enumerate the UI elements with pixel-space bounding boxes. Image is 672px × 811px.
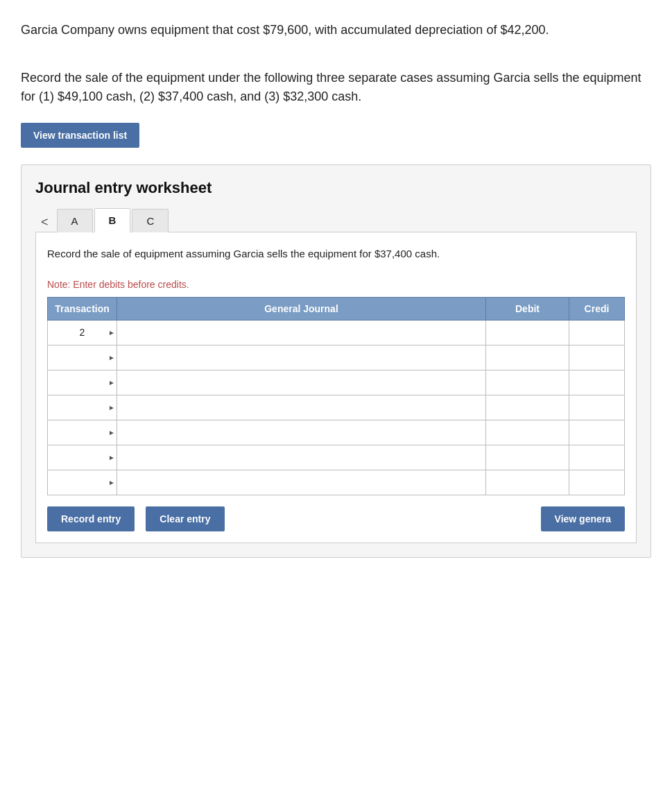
- table-row: 2 ►: [48, 320, 625, 345]
- table-row: ►: [48, 445, 625, 470]
- transaction-number-1: 2: [80, 327, 85, 338]
- row-arrow-3: ►: [108, 370, 115, 395]
- cell-debit-7[interactable]: [486, 470, 569, 495]
- button-row: Record entry Clear entry View genera: [47, 495, 625, 543]
- input-general-5[interactable]: [117, 420, 485, 445]
- cell-credit-4[interactable]: [569, 395, 625, 420]
- row-arrow-5: ►: [108, 420, 115, 445]
- input-debit-4[interactable]: [486, 395, 569, 420]
- cell-credit-7[interactable]: [569, 470, 625, 495]
- table-row: ►: [48, 395, 625, 420]
- table-row: ►: [48, 420, 625, 445]
- cell-transaction-7: ►: [48, 470, 117, 495]
- intro-paragraph2: Record the sale of the equipment under t…: [21, 69, 651, 106]
- input-debit-5[interactable]: [486, 420, 569, 445]
- input-debit-2[interactable]: [486, 345, 569, 370]
- tabs-row: < A B C: [35, 208, 637, 232]
- table-row: ►: [48, 470, 625, 495]
- intro-paragraph1: Garcia Company owns equipment that cost …: [21, 21, 651, 40]
- input-credit-4[interactable]: [569, 395, 624, 420]
- th-transaction: Transaction: [48, 297, 117, 320]
- th-credit: Credi: [569, 297, 625, 320]
- input-credit-3[interactable]: [569, 370, 624, 395]
- note-text: Note: Enter debits before credits.: [47, 279, 625, 290]
- row-arrow-4: ►: [108, 395, 115, 420]
- input-general-3[interactable]: [117, 370, 485, 395]
- input-debit-7[interactable]: [486, 470, 569, 495]
- cell-credit-5[interactable]: [569, 420, 625, 445]
- cell-general-4[interactable]: [117, 395, 486, 420]
- cell-credit-6[interactable]: [569, 445, 625, 470]
- input-general-4[interactable]: [117, 395, 485, 420]
- table-row: ►: [48, 345, 625, 370]
- th-general-journal: General Journal: [117, 297, 486, 320]
- row-arrow-7: ►: [108, 470, 115, 495]
- clear-entry-button[interactable]: Clear entry: [146, 506, 224, 531]
- cell-transaction-6: ►: [48, 445, 117, 470]
- record-entry-button[interactable]: Record entry: [47, 506, 135, 531]
- cell-debit-3[interactable]: [486, 370, 569, 395]
- worksheet-title: Journal entry worksheet: [35, 179, 637, 197]
- th-debit: Debit: [486, 297, 569, 320]
- cell-debit-2[interactable]: [486, 345, 569, 370]
- tab-prev-button[interactable]: <: [35, 212, 54, 232]
- cell-general-6[interactable]: [117, 445, 486, 470]
- cell-general-2[interactable]: [117, 345, 486, 370]
- case-description: Record the sale of equipment assuming Ga…: [47, 246, 625, 262]
- row-arrow-6: ►: [108, 445, 115, 470]
- table-row: ►: [48, 370, 625, 395]
- cell-credit-1[interactable]: [569, 320, 625, 345]
- input-credit-2[interactable]: [569, 345, 624, 370]
- cell-debit-6[interactable]: [486, 445, 569, 470]
- input-general-1[interactable]: [117, 321, 485, 345]
- input-debit-1[interactable]: [486, 321, 569, 345]
- cell-debit-1[interactable]: [486, 320, 569, 345]
- view-transaction-button[interactable]: View transaction list: [21, 123, 139, 148]
- cell-general-5[interactable]: [117, 420, 486, 445]
- cell-credit-2[interactable]: [569, 345, 625, 370]
- cell-transaction-1: 2 ►: [48, 320, 117, 345]
- cell-transaction-4: ►: [48, 395, 117, 420]
- tab-b[interactable]: B: [94, 208, 131, 232]
- worksheet-inner: Record the sale of equipment assuming Ga…: [35, 232, 637, 543]
- input-debit-6[interactable]: [486, 445, 569, 470]
- cell-credit-3[interactable]: [569, 370, 625, 395]
- cell-debit-4[interactable]: [486, 395, 569, 420]
- input-credit-1[interactable]: [569, 321, 624, 345]
- cell-transaction-3: ►: [48, 370, 117, 395]
- input-credit-6[interactable]: [569, 445, 624, 470]
- input-general-7[interactable]: [117, 470, 485, 495]
- row-arrow-2: ►: [108, 345, 115, 370]
- cell-general-1[interactable]: [117, 320, 486, 345]
- cell-transaction-5: ►: [48, 420, 117, 445]
- row-arrow-1: ►: [108, 321, 115, 345]
- input-general-2[interactable]: [117, 345, 485, 370]
- worksheet-container: Journal entry worksheet < A B C Record t…: [21, 164, 651, 558]
- cell-transaction-2: ►: [48, 345, 117, 370]
- cell-general-7[interactable]: [117, 470, 486, 495]
- tab-c[interactable]: C: [132, 209, 169, 232]
- input-credit-7[interactable]: [569, 470, 624, 495]
- tab-a[interactable]: A: [57, 209, 93, 232]
- cell-debit-5[interactable]: [486, 420, 569, 445]
- journal-table: Transaction General Journal Debit Credi …: [47, 297, 625, 495]
- input-credit-5[interactable]: [569, 420, 624, 445]
- cell-general-3[interactable]: [117, 370, 486, 395]
- input-debit-3[interactable]: [486, 370, 569, 395]
- view-general-button[interactable]: View genera: [541, 506, 625, 531]
- input-general-6[interactable]: [117, 445, 485, 470]
